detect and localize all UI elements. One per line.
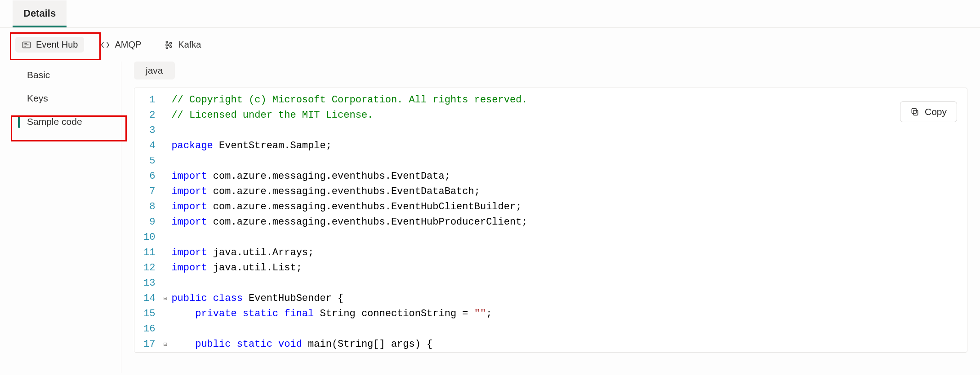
sidebar-item-label: Sample code xyxy=(27,116,82,127)
svg-point-6 xyxy=(166,47,168,49)
protocol-kafka[interactable]: Kafka xyxy=(157,37,207,53)
svg-line-11 xyxy=(168,44,170,44)
event-hub-icon xyxy=(22,40,31,50)
protocol-amqp-label: AMQP xyxy=(115,40,141,50)
svg-point-5 xyxy=(166,44,168,46)
protocol-kafka-label: Kafka xyxy=(178,40,201,50)
svg-point-7 xyxy=(170,42,172,44)
sidebar-item-sample-code[interactable]: Sample code xyxy=(0,110,121,133)
language-chip-java[interactable]: java xyxy=(134,62,175,79)
content: java Copy 1 2 3 4 5 6 7 8 9 10 11 12 13 … xyxy=(121,62,980,373)
top-tabs: Details xyxy=(0,0,980,28)
copy-button-label: Copy xyxy=(925,106,947,117)
code-fold-column: ⊟⊟ xyxy=(160,88,169,353)
sidebar-item-label: Keys xyxy=(27,93,48,103)
main-area: Basic Keys Sample code java Copy 1 2 xyxy=(0,62,980,373)
sidebar-item-keys[interactable]: Keys xyxy=(0,87,121,110)
svg-point-4 xyxy=(166,41,168,43)
protocol-bar: Event Hub AMQP Kafka xyxy=(0,28,980,62)
code-panel: Copy 1 2 3 4 5 6 7 8 9 10 11 12 13 14 15… xyxy=(134,88,967,353)
tab-details[interactable]: Details xyxy=(13,0,67,27)
code-gutter: 1 2 3 4 5 6 7 8 9 10 11 12 13 14 15 16 1… xyxy=(134,88,160,353)
svg-rect-14 xyxy=(912,109,916,114)
amqp-icon xyxy=(100,40,110,50)
sidebar: Basic Keys Sample code xyxy=(0,62,121,373)
svg-rect-13 xyxy=(913,110,918,115)
copy-icon xyxy=(910,107,919,116)
protocol-amqp[interactable]: AMQP xyxy=(94,37,147,53)
protocol-event-hub-label: Event Hub xyxy=(36,40,78,50)
protocol-event-hub[interactable]: Event Hub xyxy=(15,37,84,53)
copy-button[interactable]: Copy xyxy=(900,101,957,122)
svg-point-8 xyxy=(170,45,172,47)
svg-line-12 xyxy=(168,45,170,46)
code-lines: // Copyright (c) Microsoft Corporation. … xyxy=(169,88,531,353)
kafka-icon xyxy=(164,40,174,50)
code-editor[interactable]: 1 2 3 4 5 6 7 8 9 10 11 12 13 14 15 16 1… xyxy=(134,88,967,353)
sidebar-item-basic[interactable]: Basic xyxy=(0,63,121,87)
sidebar-item-label: Basic xyxy=(27,70,50,80)
